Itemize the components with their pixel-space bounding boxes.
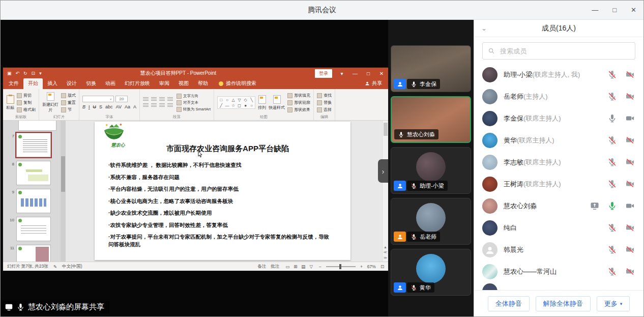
zoom-slider[interactable] xyxy=(326,266,356,267)
font-style-button[interactable]: abc xyxy=(105,104,113,109)
minimize-icon[interactable]: — xyxy=(592,6,598,14)
slide-thumbnail-image[interactable] xyxy=(16,133,51,157)
font-style-button[interactable]: AV xyxy=(116,104,122,109)
member-row[interactable]: 李志敏(联席主持人) xyxy=(474,151,643,173)
ribbon-button[interactable]: 格式刷 xyxy=(17,107,36,112)
ribbon-button[interactable]: 复制 xyxy=(17,100,36,105)
mic-status-icon[interactable] xyxy=(607,179,617,189)
camera-status-icon[interactable] xyxy=(625,179,635,189)
camera-status-icon[interactable] xyxy=(625,245,635,254)
camera-status-icon[interactable] xyxy=(625,92,635,101)
member-row[interactable]: 慧农心刘淼 xyxy=(474,195,643,217)
member-search-box[interactable] xyxy=(482,42,635,60)
slide-thumbnail-image[interactable] xyxy=(16,189,51,213)
mic-status-icon[interactable] xyxy=(607,201,617,211)
slide-thumbnail[interactable]: 8 xyxy=(3,161,66,185)
shape-icon[interactable]: △ xyxy=(230,97,236,102)
view-mode-icon[interactable]: ▭ xyxy=(284,264,291,269)
camera-status-icon[interactable] xyxy=(625,223,635,233)
font-style-button[interactable]: A xyxy=(133,104,136,109)
ppt-ribbon-tab[interactable]: 开始 xyxy=(23,78,43,89)
unmute-all-button[interactable]: 解除全体静音 xyxy=(536,296,591,311)
font-style-button[interactable]: B xyxy=(82,104,85,109)
video-tile[interactable]: 岳老师 xyxy=(391,198,471,245)
ribbon-button[interactable]: 文字方向 xyxy=(177,94,211,99)
search-input[interactable] xyxy=(499,47,630,55)
mic-status-icon[interactable] xyxy=(607,223,617,233)
slide-thumbnail-image[interactable] xyxy=(16,245,51,262)
quick-styles-button[interactable]: 快速样式 xyxy=(269,95,285,110)
member-row[interactable]: 助理-小梁(联席主持人, 我) xyxy=(474,64,643,85)
zoom-out-icon[interactable]: − xyxy=(319,264,321,269)
ribbon-button[interactable]: 重置 xyxy=(61,100,76,105)
mic-status-icon[interactable] xyxy=(607,245,617,254)
shape-icon[interactable]: ◇ xyxy=(243,97,248,102)
font-style-button[interactable]: U xyxy=(93,104,97,109)
mute-all-button[interactable]: 全体静音 xyxy=(488,296,530,311)
member-row[interactable]: 纯白 xyxy=(474,217,643,239)
ribbon-button[interactable]: 选择 xyxy=(317,107,332,112)
ribbon-button[interactable]: 节 xyxy=(61,107,76,112)
video-tile[interactable]: 李金保 xyxy=(391,45,471,92)
qat-icon[interactable]: ⊡ xyxy=(32,71,36,76)
ppt-ribbon-options-icon[interactable]: ▾ xyxy=(335,71,348,76)
ppt-ribbon-tab[interactable]: 切换 xyxy=(81,78,101,89)
ppt-tellme-search[interactable]: 操作说明搜索 xyxy=(219,80,256,89)
font-style-button[interactable]: Aa xyxy=(125,104,130,109)
ppt-ribbon-tab[interactable]: 视图 xyxy=(174,78,193,89)
shape-icon[interactable]: ▽ xyxy=(237,97,242,102)
qat-icon[interactable]: ↻ xyxy=(23,71,27,76)
member-row[interactable]: 黄华(联席主持人) xyxy=(474,129,643,151)
maximize-icon[interactable]: □ xyxy=(612,6,617,14)
member-row[interactable]: 岳老师(主持人) xyxy=(474,85,643,107)
shape-icon[interactable]: ╱ xyxy=(218,103,224,108)
view-mode-icon[interactable]: ⊞ xyxy=(292,264,299,269)
arrange-button[interactable]: 排列 xyxy=(258,95,266,110)
ppt-ribbon-tab[interactable]: 帮助 xyxy=(193,78,213,89)
shape-icon[interactable]: ◻ xyxy=(237,103,242,108)
next-slide-icon[interactable]: ≫ xyxy=(384,256,387,260)
font-style-button[interactable]: S xyxy=(99,104,102,109)
paste-button[interactable]: 粘贴 xyxy=(6,95,14,110)
chevron-down-icon[interactable]: ⌄ xyxy=(481,24,487,32)
mic-status-icon[interactable] xyxy=(607,267,617,276)
ribbon-button[interactable]: 形状填充 xyxy=(287,93,310,98)
ppt-minimize-icon[interactable]: — xyxy=(348,71,362,76)
slide-thumbnail-image[interactable] xyxy=(16,161,51,185)
camera-status-icon[interactable] xyxy=(625,267,635,276)
slide-thumbnail[interactable]: 11 xyxy=(3,245,66,262)
qat-icon[interactable]: ↶ xyxy=(16,71,20,76)
ribbon-button[interactable]: 对齐文本 xyxy=(177,100,211,105)
mic-status-icon[interactable] xyxy=(607,70,617,79)
shape-icon[interactable]: ☆ xyxy=(230,103,236,108)
ribbon-button[interactable]: 形状轮廓 xyxy=(287,100,310,105)
camera-status-icon[interactable] xyxy=(625,113,635,123)
shape-icon[interactable]: ○ xyxy=(249,103,254,108)
paragraph-align-icons[interactable] xyxy=(143,97,174,108)
member-row[interactable]: 王树涛(联席主持人) xyxy=(474,173,643,195)
zoom-level[interactable]: 67% xyxy=(367,264,376,269)
mic-status-icon[interactable] xyxy=(607,113,617,123)
video-panel-expand-tab[interactable]: › xyxy=(378,159,388,183)
mic-status-icon[interactable] xyxy=(607,135,617,145)
shape-icon[interactable]: ● xyxy=(243,103,248,108)
font-family-select[interactable] xyxy=(82,96,114,102)
ppt-ribbon-tab[interactable]: 动画 xyxy=(101,78,120,89)
shape-icon[interactable]: — xyxy=(224,103,230,108)
camera-status-icon[interactable] xyxy=(625,70,635,79)
ppt-ribbon-tab[interactable]: 设计 xyxy=(62,78,81,89)
video-tile[interactable]: 慧农心刘淼 xyxy=(391,96,471,143)
ppt-ribbon-tab[interactable]: 插入 xyxy=(43,78,62,89)
ppt-ribbon-tab[interactable]: 幻灯片放映 xyxy=(120,78,155,89)
zoom-in-icon[interactable]: + xyxy=(360,264,363,269)
member-row[interactable]: 李金保(联席主持人) xyxy=(474,107,643,129)
shapes-gallery[interactable]: □○△▽◇╲╱—☆◻●○ xyxy=(217,96,255,109)
mic-status-icon[interactable] xyxy=(607,157,617,167)
language-indicator[interactable]: 中文(中国) xyxy=(62,264,82,270)
ribbon-button[interactable]: 剪切 xyxy=(17,93,36,98)
ppt-close-icon[interactable]: ✕ xyxy=(375,71,388,76)
camera-status-icon[interactable] xyxy=(625,135,635,145)
fit-slide-icon[interactable]: ⊡ xyxy=(380,264,384,269)
qat-icon[interactable]: ▣ xyxy=(7,71,12,76)
font-style-button[interactable]: I xyxy=(89,104,90,109)
